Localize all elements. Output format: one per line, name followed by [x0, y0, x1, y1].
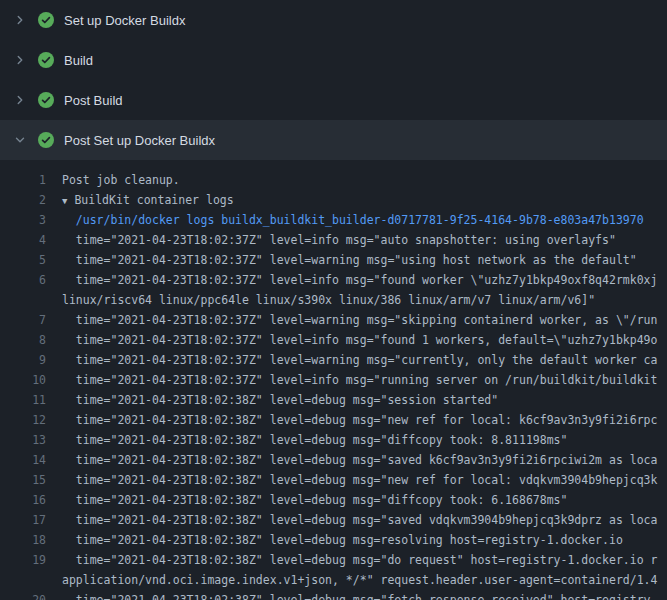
log-line: 5 time="2021-04-23T18:02:37Z" level=warn…	[0, 250, 667, 270]
log-line: 11 time="2021-04-23T18:02:38Z" level=deb…	[0, 390, 667, 410]
chevron-right-icon	[13, 93, 27, 107]
log-text: time="2021-04-23T18:02:38Z" level=debug …	[62, 590, 651, 600]
line-number[interactable]: 5	[0, 250, 46, 270]
group-toggle-icon: ▼	[62, 196, 67, 206]
line-number[interactable]: 9	[0, 350, 46, 370]
log-line: 1 Post job cleanup.	[0, 170, 667, 190]
line-number[interactable]: 16	[0, 490, 46, 510]
line-number[interactable]: 7	[0, 310, 46, 330]
chevron-down-icon	[13, 133, 27, 147]
line-number[interactable]: 4	[0, 230, 46, 250]
actions-log-viewer: { "colors": { "background": "#1c2128", "…	[0, 0, 667, 600]
log-text: time="2021-04-23T18:02:37Z" level=info m…	[62, 370, 657, 390]
step-header-set-up-docker-buildx[interactable]: Set up Docker Buildx	[0, 0, 667, 40]
log-group-row[interactable]: 2 ▼BuildKit container logs	[0, 190, 667, 210]
log-line: 19 time="2021-04-23T18:02:38Z" level=deb…	[0, 550, 667, 570]
line-number[interactable]: 8	[0, 330, 46, 350]
log-line: 13 time="2021-04-23T18:02:38Z" level=deb…	[0, 430, 667, 450]
log-text: time="2021-04-23T18:02:37Z" level=warnin…	[62, 310, 657, 330]
line-number	[0, 290, 46, 310]
log-line: 8 time="2021-04-23T18:02:37Z" level=info…	[0, 330, 667, 350]
log-output: 1 Post job cleanup. 2 ▼BuildKit containe…	[0, 160, 667, 600]
log-line: 16 time="2021-04-23T18:02:38Z" level=deb…	[0, 490, 667, 510]
log-text: time="2021-04-23T18:02:37Z" level=info m…	[62, 230, 616, 250]
log-text: application/vnd.oci.image.index.v1+json,…	[62, 570, 657, 590]
line-number[interactable]: 15	[0, 470, 46, 490]
chevron-right-icon	[13, 13, 27, 27]
log-text: linux/riscv64 linux/ppc64le linux/s390x …	[62, 290, 595, 310]
log-line-wrap: linux/riscv64 linux/ppc64le linux/s390x …	[0, 290, 667, 310]
log-text: time="2021-04-23T18:02:37Z" level=warnin…	[62, 250, 637, 270]
log-line-wrap: application/vnd.oci.image.index.v1+json,…	[0, 570, 667, 590]
log-line: 4 time="2021-04-23T18:02:37Z" level=info…	[0, 230, 667, 250]
line-number[interactable]: 20	[0, 590, 46, 600]
log-text: time="2021-04-23T18:02:38Z" level=debug …	[62, 390, 498, 410]
log-line: 18 time="2021-04-23T18:02:38Z" level=deb…	[0, 530, 667, 550]
log-text: time="2021-04-23T18:02:38Z" level=debug …	[62, 470, 657, 490]
step-header-build[interactable]: Build	[0, 40, 667, 80]
line-number[interactable]: 19	[0, 550, 46, 570]
line-number[interactable]: 18	[0, 530, 46, 550]
log-line: 17 time="2021-04-23T18:02:38Z" level=deb…	[0, 510, 667, 530]
log-line: 20 time="2021-04-23T18:02:38Z" level=deb…	[0, 590, 667, 600]
log-text: time="2021-04-23T18:02:37Z" level=info m…	[62, 270, 657, 290]
log-line: 15 time="2021-04-23T18:02:38Z" level=deb…	[0, 470, 667, 490]
log-text: Post job cleanup.	[62, 170, 180, 190]
log-group: ▼BuildKit container logs	[62, 190, 234, 210]
step-label: Post Build	[64, 93, 123, 108]
step-label: Build	[64, 53, 93, 68]
line-number[interactable]: 1	[0, 170, 46, 190]
log-text: time="2021-04-23T18:02:38Z" level=debug …	[62, 430, 567, 450]
line-number[interactable]: 13	[0, 430, 46, 450]
group-label: BuildKit container logs	[74, 193, 233, 207]
log-text: time="2021-04-23T18:02:37Z" level=warnin…	[62, 350, 657, 370]
log-line: 6 time="2021-04-23T18:02:37Z" level=info…	[0, 270, 667, 290]
step-label: Post Set up Docker Buildx	[64, 133, 215, 148]
step-label: Set up Docker Buildx	[64, 13, 185, 28]
step-header-post-build[interactable]: Post Build	[0, 80, 667, 120]
log-line: 7 time="2021-04-23T18:02:37Z" level=warn…	[0, 310, 667, 330]
line-number[interactable]: 17	[0, 510, 46, 530]
log-text: time="2021-04-23T18:02:38Z" level=debug …	[62, 530, 623, 550]
log-text: time="2021-04-23T18:02:38Z" level=debug …	[62, 490, 567, 510]
log-text: time="2021-04-23T18:02:38Z" level=debug …	[62, 550, 657, 570]
line-number[interactable]: 6	[0, 270, 46, 290]
log-line: 9 time="2021-04-23T18:02:37Z" level=warn…	[0, 350, 667, 370]
check-circle-icon	[38, 52, 54, 68]
log-text: time="2021-04-23T18:02:38Z" level=debug …	[62, 510, 657, 530]
line-number[interactable]: 12	[0, 410, 46, 430]
line-number[interactable]: 3	[0, 210, 46, 230]
line-number[interactable]: 14	[0, 450, 46, 470]
log-line: 14 time="2021-04-23T18:02:38Z" level=deb…	[0, 450, 667, 470]
log-text: time="2021-04-23T18:02:37Z" level=info m…	[62, 330, 657, 350]
check-circle-icon	[38, 92, 54, 108]
step-list: Set up Docker Buildx Build Post Build Po…	[0, 0, 667, 160]
log-line: 10 time="2021-04-23T18:02:37Z" level=inf…	[0, 370, 667, 390]
log-text: time="2021-04-23T18:02:38Z" level=debug …	[62, 410, 657, 430]
check-circle-icon	[38, 12, 54, 28]
line-number[interactable]: 2	[0, 190, 46, 210]
check-circle-icon	[38, 132, 54, 148]
line-number[interactable]: 10	[0, 370, 46, 390]
line-number[interactable]: 11	[0, 390, 46, 410]
chevron-right-icon	[13, 53, 27, 67]
log-text: time="2021-04-23T18:02:38Z" level=debug …	[62, 450, 657, 470]
line-number	[0, 570, 46, 590]
step-header-post-set-up-docker-buildx[interactable]: Post Set up Docker Buildx	[0, 120, 667, 160]
log-line: 3 /usr/bin/docker logs buildx_buildkit_b…	[0, 210, 667, 230]
command-text: /usr/bin/docker logs buildx_buildkit_bui…	[62, 210, 644, 230]
log-line: 12 time="2021-04-23T18:02:38Z" level=deb…	[0, 410, 667, 430]
